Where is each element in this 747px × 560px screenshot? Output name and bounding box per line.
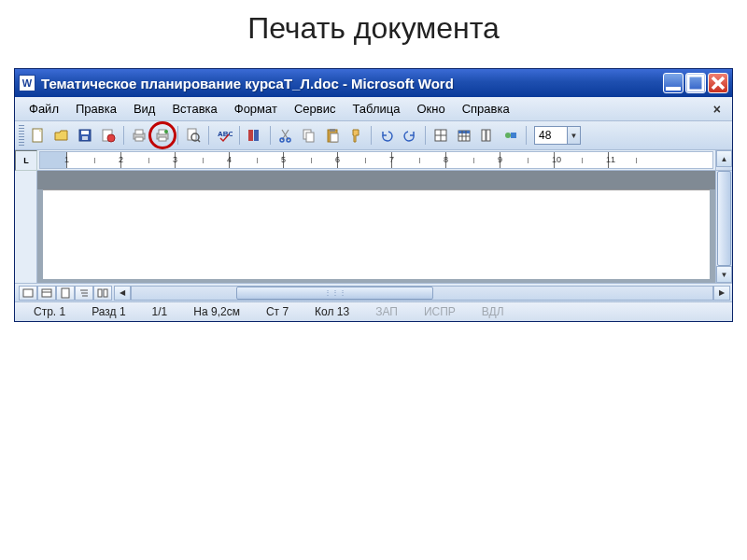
copy-icon[interactable]	[298, 124, 320, 147]
redo-icon[interactable]	[399, 124, 421, 147]
status-at: На 9,2см	[180, 305, 253, 318]
svg-rect-36	[62, 288, 69, 298]
scroll-left-button[interactable]: ◀	[114, 286, 131, 301]
research-icon[interactable]	[244, 124, 266, 147]
ruler-tick: 5	[281, 155, 286, 164]
zoom-input[interactable]	[535, 129, 567, 142]
menu-format[interactable]: Формат	[226, 99, 286, 119]
menu-window[interactable]: Окно	[408, 99, 453, 119]
titlebar: W Тематическое планирование курсаТ_Л.doc…	[15, 69, 732, 97]
close-document-button[interactable]: ×	[708, 102, 726, 117]
toolbar-separator	[371, 126, 372, 145]
document-page[interactable]	[43, 189, 710, 279]
vertical-ruler-gutter	[15, 171, 37, 283]
svg-rect-5	[82, 136, 88, 140]
svg-point-14	[164, 130, 168, 133]
menu-edit[interactable]: Правка	[67, 99, 125, 119]
print-preview-icon[interactable]	[182, 124, 204, 147]
scroll-right-button[interactable]: ▶	[713, 286, 730, 301]
ruler-tick: 4	[227, 155, 232, 164]
hscroll-thumb[interactable]: ⋮⋮⋮	[236, 287, 433, 300]
hscroll-track[interactable]: ⋮⋮⋮	[131, 286, 713, 301]
vscroll-top: ▲	[715, 150, 732, 170]
menu-table[interactable]: Таблица	[344, 99, 408, 119]
svg-rect-38	[104, 289, 107, 297]
status-rec[interactable]: ЗАП	[362, 305, 411, 318]
menu-help[interactable]: Справка	[454, 99, 518, 119]
status-trk[interactable]: ИСПР	[411, 305, 469, 318]
close-window-button[interactable]	[708, 73, 728, 93]
toolbar-separator	[425, 126, 426, 145]
zoom-dropdown-icon[interactable]: ▼	[567, 127, 580, 144]
ruler-tick: 8	[444, 155, 448, 164]
svg-rect-10	[135, 137, 143, 141]
svg-rect-35	[42, 289, 51, 297]
slide-title: Печать документа	[0, 0, 747, 68]
status-line: Ст 7	[253, 305, 302, 318]
toolbar-separator	[208, 126, 209, 145]
print-icon[interactable]	[128, 124, 150, 147]
print-layout-view-icon[interactable]	[56, 286, 75, 301]
cut-icon[interactable]	[275, 124, 297, 147]
menu-insert[interactable]: Вставка	[163, 99, 225, 119]
ruler-tick: 9	[498, 155, 502, 164]
paste-icon[interactable]	[321, 124, 344, 147]
toolbar-separator	[239, 126, 240, 145]
open-icon[interactable]	[50, 124, 73, 147]
ruler-row: L 1 2 3 4 5 6 7 8 9 10 11 ▲	[15, 150, 732, 171]
ruler-margin-shade	[40, 152, 66, 168]
horizontal-ruler[interactable]: 1 2 3 4 5 6 7 8 9 10 11	[39, 151, 713, 169]
document-area: ▼	[15, 171, 732, 283]
svg-rect-19	[254, 130, 259, 141]
reading-layout-view-icon[interactable]	[93, 286, 112, 301]
svg-rect-25	[330, 129, 335, 132]
ruler-tick: 11	[606, 155, 615, 164]
window-title: Тематическое планирование курсаТ_Л.doc -…	[41, 76, 663, 91]
tab-selector[interactable]: L	[15, 150, 37, 171]
drawing-icon[interactable]	[500, 124, 522, 147]
menu-tools[interactable]: Сервис	[286, 99, 345, 119]
undo-icon[interactable]	[375, 124, 398, 147]
ruler-tick: 7	[389, 155, 394, 164]
scroll-up-button[interactable]: ▲	[716, 150, 732, 167]
normal-view-icon[interactable]	[19, 286, 37, 301]
toolbar-separator	[177, 126, 178, 145]
svg-rect-34	[23, 289, 33, 297]
format-painter-icon[interactable]	[345, 124, 367, 147]
svg-point-7	[107, 134, 115, 142]
scroll-down-button[interactable]: ▼	[716, 266, 732, 283]
outline-view-icon[interactable]	[75, 286, 93, 301]
maximize-button[interactable]	[685, 73, 706, 93]
new-document-icon[interactable]	[27, 124, 49, 147]
svg-rect-37	[98, 289, 102, 297]
status-col: Кол 13	[302, 305, 362, 318]
status-section: Разд 1	[78, 305, 138, 318]
vertical-scroll-thumb[interactable]	[717, 171, 731, 266]
word-app-icon: W	[19, 75, 35, 91]
svg-rect-26	[331, 133, 338, 142]
web-layout-view-icon[interactable]	[37, 286, 56, 301]
menu-view[interactable]: Вид	[125, 99, 164, 119]
svg-rect-29	[458, 131, 470, 133]
minimize-button[interactable]	[663, 73, 684, 93]
svg-point-32	[505, 133, 511, 138]
columns-icon[interactable]	[476, 124, 499, 147]
toolbar-separator	[123, 126, 124, 145]
page-canvas[interactable]	[37, 171, 715, 283]
spellcheck-icon[interactable]: ABC	[213, 124, 235, 147]
vertical-scrollbar[interactable]: ▼	[715, 171, 732, 283]
svg-rect-31	[486, 130, 490, 141]
save-icon[interactable]	[74, 124, 96, 147]
zoom-combo[interactable]: ▼	[534, 126, 581, 145]
svg-text:ABC: ABC	[218, 130, 233, 138]
ruler-tick: 1	[64, 155, 69, 164]
toolbar-grip[interactable]	[19, 125, 24, 146]
permission-icon[interactable]	[97, 124, 120, 147]
quick-print-icon[interactable]	[151, 124, 174, 147]
tables-borders-icon[interactable]	[430, 124, 452, 147]
insert-table-icon[interactable]	[453, 124, 475, 147]
menu-file[interactable]: Файл	[21, 99, 67, 119]
horizontal-scrollbar[interactable]: ◀ ⋮⋮⋮ ▶	[114, 286, 730, 301]
svg-rect-23	[306, 133, 314, 142]
status-ext[interactable]: ВДЛ	[469, 305, 517, 318]
